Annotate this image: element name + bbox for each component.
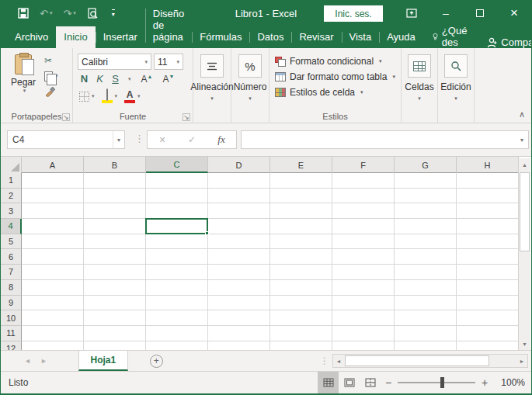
cell-d11[interactable]: [208, 326, 270, 341]
row-header-11[interactable]: 11: [1, 326, 22, 341]
format-painter-button[interactable]: [44, 85, 58, 98]
font-size-select[interactable]: 11▾: [154, 54, 183, 70]
clipboard-dialog-launcher[interactable]: ↘: [62, 113, 70, 121]
cell-e7[interactable]: [270, 265, 332, 280]
expand-formula-bar-icon[interactable]: ▾: [520, 137, 528, 144]
grow-font-button[interactable]: A▲: [141, 74, 153, 85]
cell-g12[interactable]: [395, 341, 457, 350]
cell-g5[interactable]: [395, 234, 457, 250]
tell-me-button[interactable]: ¿Qué des: [433, 25, 471, 48]
cell-c9[interactable]: [146, 296, 208, 311]
italic-button[interactable]: K: [95, 73, 105, 85]
select-all-button[interactable]: [1, 157, 22, 173]
row-header-9[interactable]: 9: [1, 296, 22, 311]
row-header-7[interactable]: 7: [1, 265, 22, 280]
name-box-dropdown-icon[interactable]: ▾: [113, 131, 124, 148]
cell-h1[interactable]: [457, 173, 519, 189]
cell-b5[interactable]: [84, 234, 146, 250]
cell-g1[interactable]: [395, 173, 457, 189]
cell-b8[interactable]: [84, 280, 146, 296]
tab-ayuda[interactable]: Ayuda: [379, 26, 423, 48]
cell-e10[interactable]: [270, 310, 332, 326]
cell-d2[interactable]: [208, 189, 270, 204]
cell-h7[interactable]: [457, 265, 519, 280]
selected-cell-outline[interactable]: [145, 218, 208, 234]
vertical-scrollbar[interactable]: ▲ ▼: [518, 158, 530, 350]
cell-d3[interactable]: [208, 203, 270, 219]
cell-h5[interactable]: [457, 234, 519, 250]
cell-f10[interactable]: [332, 310, 395, 326]
cell-b1[interactable]: [84, 173, 146, 189]
cell-styles-button[interactable]: Estilos de celda ▾: [275, 85, 401, 100]
font-dialog-launcher[interactable]: ↘: [183, 113, 190, 121]
scroll-up-icon[interactable]: ▲: [519, 158, 530, 171]
cell-d7[interactable]: [208, 265, 270, 280]
column-header-b[interactable]: B: [84, 157, 146, 173]
cell-d5[interactable]: [208, 234, 270, 250]
cell-a5[interactable]: [22, 234, 84, 250]
cell-b3[interactable]: [84, 203, 146, 219]
enter-button[interactable]: ✓: [177, 134, 207, 145]
tab-datos[interactable]: Datos: [249, 26, 291, 48]
page-layout-view-button[interactable]: [339, 372, 360, 394]
sheet-tab-hoja1[interactable]: Hoja1: [78, 351, 128, 371]
row-header-3[interactable]: 3: [1, 203, 22, 219]
cell-b4[interactable]: [84, 219, 146, 234]
cell-d6[interactable]: [208, 249, 270, 265]
cell-c6[interactable]: [146, 249, 208, 265]
cell-d9[interactable]: [208, 296, 270, 311]
save-button[interactable]: [18, 8, 29, 19]
zoom-slider[interactable]: [398, 382, 475, 383]
zoom-in-button[interactable]: +: [477, 376, 492, 389]
cell-b12[interactable]: [84, 341, 146, 350]
print-preview-button[interactable]: [87, 8, 98, 19]
bold-button[interactable]: N: [79, 73, 89, 85]
customize-qat-button[interactable]: ▾: [109, 9, 115, 18]
minimize-button[interactable]: –: [429, 0, 463, 26]
cell-a6[interactable]: [22, 249, 84, 265]
collapse-ribbon-button[interactable]: ∧: [519, 109, 525, 120]
column-header-h[interactable]: H: [457, 157, 519, 173]
cell-f2[interactable]: [332, 189, 395, 204]
tab-insertar[interactable]: Insertar: [96, 26, 145, 48]
cell-c8[interactable]: [146, 280, 208, 296]
cell-d8[interactable]: [208, 280, 270, 296]
undo-button[interactable]: ↶▾: [40, 8, 52, 19]
cell-f6[interactable]: [332, 249, 395, 265]
share-button[interactable]: Compartir: [487, 36, 532, 48]
column-header-a[interactable]: A: [22, 157, 84, 173]
cell-d12[interactable]: [208, 341, 270, 350]
tab-archivo[interactable]: Archivo: [7, 26, 56, 48]
cell-h2[interactable]: [457, 189, 519, 204]
cell-g6[interactable]: [395, 249, 457, 265]
font-name-select[interactable]: Calibri▾: [78, 54, 151, 70]
cell-c2[interactable]: [146, 189, 208, 204]
horizontal-scrollbar-thumb[interactable]: [345, 355, 489, 366]
cell-b11[interactable]: [84, 326, 146, 341]
cell-e5[interactable]: [270, 234, 332, 250]
name-box[interactable]: C4 ▾: [7, 130, 125, 149]
column-header-f[interactable]: F: [332, 157, 395, 173]
add-sheet-button[interactable]: +: [150, 355, 163, 368]
cell-e2[interactable]: [270, 189, 332, 204]
insert-function-button[interactable]: fx: [207, 133, 236, 146]
editing-button[interactable]: Edición ▾: [438, 48, 474, 123]
cell-a12[interactable]: [22, 341, 84, 350]
cell-f3[interactable]: [332, 203, 395, 219]
format-as-table-button[interactable]: Dar formato como tabla ▾: [275, 69, 401, 85]
formula-input[interactable]: ▾: [241, 130, 529, 149]
previous-sheet-button[interactable]: ◄: [24, 357, 31, 365]
cell-g3[interactable]: [395, 203, 457, 219]
cell-c1[interactable]: [146, 173, 208, 189]
cut-button[interactable]: ✂: [44, 54, 58, 67]
cell-g7[interactable]: [395, 265, 457, 280]
tab-dise-o-de-p-gina[interactable]: Diseño de página: [145, 3, 192, 48]
cells-button[interactable]: Celdas ▾: [402, 48, 437, 123]
conditional-formatting-button[interactable]: Formato condicional ▾: [275, 54, 401, 69]
cell-e11[interactable]: [270, 326, 332, 341]
cell-e8[interactable]: [270, 280, 332, 296]
underline-button[interactable]: S: [110, 73, 120, 85]
row-header-5[interactable]: 5: [1, 234, 22, 250]
row-header-4[interactable]: 4: [1, 219, 22, 234]
row-header-12[interactable]: 12: [1, 341, 22, 350]
